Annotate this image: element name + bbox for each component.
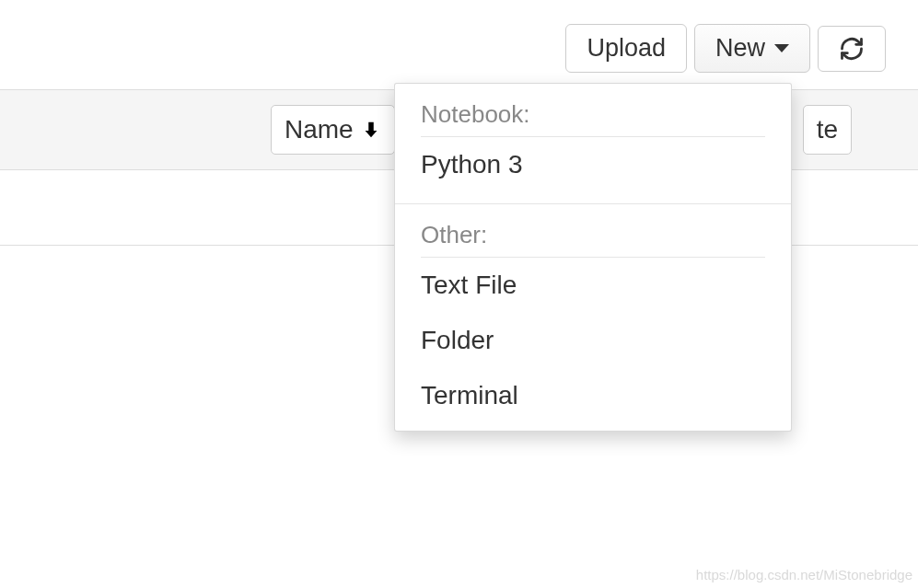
watermark: https://blog.csdn.net/MiStonebridge [696,567,912,582]
sort-label: Name [285,115,354,144]
sort-by-name-button[interactable]: Name [271,105,395,155]
dropdown-item-textfile[interactable]: Text File [395,258,791,313]
dropdown-header-notebook: Notebook: [421,97,765,137]
refresh-icon [839,36,865,62]
right-header-fragment[interactable]: te [803,105,852,155]
dropdown-header-other: Other: [421,217,765,258]
dropdown-section-notebook: Notebook: [395,84,791,137]
new-dropdown-menu: Notebook: Python 3 Other: Text File Fold… [394,83,792,432]
upload-button[interactable]: Upload [565,24,687,73]
dropdown-section-other: Other: [395,204,791,258]
new-button[interactable]: New [694,24,810,73]
arrow-down-icon [361,119,381,141]
toolbar: Upload New [0,0,918,73]
refresh-button[interactable] [818,26,886,72]
new-button-label: New [715,34,765,63]
right-fragment-text: te [817,115,838,144]
upload-button-label: Upload [587,34,666,63]
caret-down-icon [774,44,789,52]
dropdown-item-python3[interactable]: Python 3 [395,137,791,192]
dropdown-item-terminal[interactable]: Terminal [395,368,791,423]
dropdown-item-folder[interactable]: Folder [395,313,791,368]
